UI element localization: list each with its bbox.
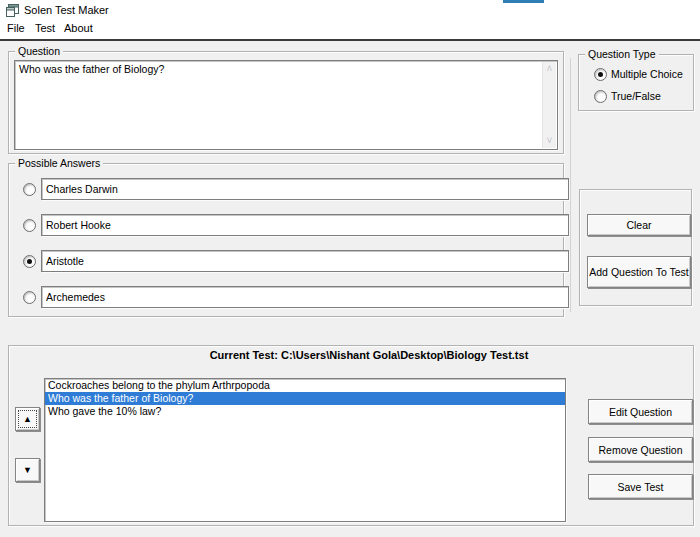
move-question-down-button[interactable]: ▼ [15,458,40,482]
background-window-fragment [503,0,544,3]
menu-test[interactable]: Test [35,22,55,34]
answer-input-3[interactable] [41,250,569,272]
menu-file[interactable]: File [7,22,25,34]
edit-question-button[interactable]: Edit Question [588,399,693,424]
menu-bar: File Test About [0,20,700,38]
window-chrome: Solen Test Maker File Test About [0,0,700,39]
title-bar: Solen Test Maker [0,0,700,20]
scroll-up-icon[interactable]: ˄ [543,64,556,74]
solen-test-maker-window: Solen Test Maker File Test About Questio… [0,0,700,537]
question-scrollbar[interactable]: ˄ ˅ [542,62,556,148]
question-groupbox: Question Who was the father of Biology? … [8,51,564,154]
question-type-groupbox: Question Type Multiple Choice True/False [578,54,694,111]
scroll-down-icon[interactable]: ˅ [543,136,556,146]
answer-radio-2[interactable] [23,219,36,232]
question-list-item[interactable]: Who gave the 10% law? [45,405,565,418]
possible-answers-groupbox: Possible Answers [8,163,564,317]
current-test-title: Current Test: C:\Users\Nishant Gola\Desk… [45,349,693,361]
answer-input-1[interactable] [41,178,569,200]
clear-button[interactable]: Clear [587,214,691,236]
radio-true-false-label[interactable]: True/False [611,90,661,102]
window-edge-divider [0,39,700,41]
question-list-item[interactable]: Who was the father of Biology? [45,392,565,405]
move-question-up-button[interactable]: ▲ [15,407,40,431]
answer-radio-3[interactable] [23,255,36,268]
remove-question-button[interactable]: Remove Question [588,437,693,462]
app-form-icon [6,4,19,17]
actions-frame: Clear Add Question To Test [579,189,692,306]
current-test-panel: Current Test: C:\Users\Nishant Gola\Desk… [8,345,694,526]
answer-input-4[interactable] [41,286,569,308]
radio-multiple-choice-label[interactable]: Multiple Choice [611,68,683,80]
question-text: Who was the father of Biology? [19,63,164,75]
possible-answers-caption: Possible Answers [15,157,103,169]
vertical-divider-line [570,58,571,312]
answer-input-2[interactable] [41,214,569,236]
question-listbox[interactable]: Cockroaches belong to the phylum Arthrpo… [44,378,566,522]
menu-about[interactable]: About [64,22,93,34]
question-list-item[interactable]: Cockroaches belong to the phylum Arthrpo… [45,379,565,392]
window-title: Solen Test Maker [24,4,109,16]
question-textarea[interactable]: Who was the father of Biology? ˄ ˅ [14,60,558,150]
radio-multiple-choice[interactable] [594,68,607,81]
answer-radio-1[interactable] [23,183,36,196]
question-type-caption: Question Type [585,48,659,60]
radio-true-false[interactable] [594,90,607,103]
question-group-caption: Question [15,45,63,57]
answer-radio-4[interactable] [23,291,36,304]
add-question-button[interactable]: Add Question To Test [587,256,691,288]
save-test-button[interactable]: Save Test [588,474,693,499]
